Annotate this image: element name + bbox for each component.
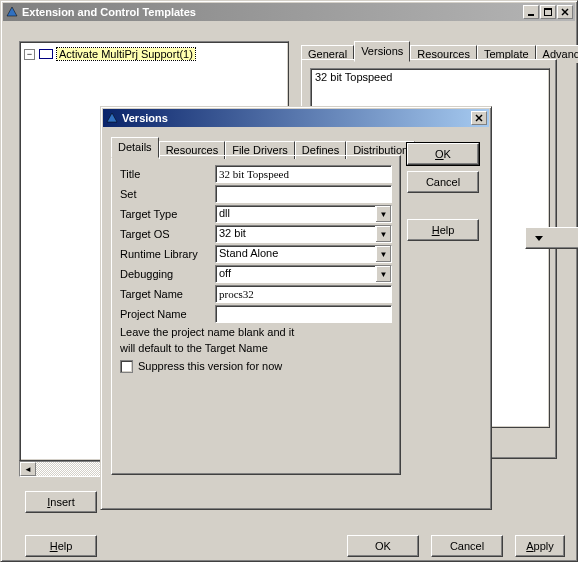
tab-details[interactable]: Details (111, 137, 159, 158)
set-label: Set (120, 188, 215, 200)
dialog-ok-button[interactable]: OK (407, 143, 479, 165)
template-icon (39, 49, 53, 59)
app-icon (105, 111, 119, 125)
target-os-combo[interactable]: 32 bit ▼ (215, 225, 392, 243)
svg-marker-7 (107, 113, 117, 122)
suppress-checkbox[interactable] (120, 360, 133, 373)
tree-item-label[interactable]: Activate MultiPrj Support(1) (57, 48, 195, 60)
versions-dialog: Versions Details Resources File Drivers … (100, 106, 492, 510)
runtime-library-combo[interactable]: Stand Alone ▼ (215, 245, 392, 263)
main-titlebar: Extension and Control Templates (3, 3, 575, 21)
debugging-value: off (216, 266, 375, 282)
svg-marker-6 (535, 236, 543, 241)
insert-button[interactable]: Insert (25, 491, 97, 513)
target-os-value: 32 bit (216, 226, 375, 242)
chevron-down-icon[interactable]: ▼ (375, 246, 391, 262)
dialog-close-button[interactable] (471, 111, 487, 125)
chevron-down-icon[interactable]: ▼ (375, 226, 391, 242)
tree-collapse-icon[interactable]: − (24, 49, 35, 60)
dialog-titlebar: Versions (103, 109, 489, 127)
project-name-label: Project Name (120, 308, 215, 320)
target-type-value: dll (216, 206, 375, 222)
target-name-label: Target Name (120, 288, 215, 300)
list-item[interactable]: 32 bit Topspeed (311, 69, 549, 85)
note-line-1: Leave the project name blank and it (112, 324, 400, 340)
runtime-library-value: Stand Alone (216, 246, 375, 262)
tree-item[interactable]: − Activate MultiPrj Support(1) (24, 46, 284, 62)
suppress-label: Suppress this version for now (138, 360, 282, 372)
target-os-label: Target OS (120, 228, 215, 240)
maximize-button[interactable] (540, 5, 556, 19)
set-input[interactable] (215, 185, 392, 203)
debugging-label: Debugging (120, 268, 215, 280)
title-label: Title (120, 168, 215, 180)
close-button[interactable] (557, 5, 573, 19)
project-name-input[interactable] (215, 305, 392, 323)
main-title: Extension and Control Templates (22, 6, 196, 18)
svg-rect-1 (528, 14, 534, 16)
chevron-down-icon[interactable]: ▼ (375, 206, 391, 222)
title-input[interactable] (215, 165, 392, 183)
svg-marker-0 (7, 7, 17, 16)
app-icon (5, 5, 19, 19)
chevron-down-icon[interactable]: ▼ (375, 266, 391, 282)
apply-button[interactable]: Apply (515, 535, 565, 557)
dialog-title: Versions (122, 112, 168, 124)
note-line-2: will default to the Target Name (112, 340, 400, 356)
ok-button[interactable]: OK (347, 535, 419, 557)
scroll-left-icon[interactable]: ◄ (20, 462, 36, 476)
minimize-button[interactable] (523, 5, 539, 19)
runtime-library-label: Runtime Library (120, 248, 215, 260)
chevron-down-icon (534, 234, 544, 242)
help-button[interactable]: Help (25, 535, 97, 557)
dialog-help-button[interactable]: Help (407, 219, 479, 241)
cancel-button[interactable]: Cancel (431, 535, 503, 557)
debugging-combo[interactable]: off ▼ (215, 265, 392, 283)
target-name-input[interactable] (215, 285, 392, 303)
details-tab-page: Title Set Target Type dll ▼ Target OS 32… (111, 155, 401, 475)
target-type-label: Target Type (120, 208, 215, 220)
dialog-cancel-button[interactable]: Cancel (407, 171, 479, 193)
target-type-combo[interactable]: dll ▼ (215, 205, 392, 223)
svg-rect-3 (544, 8, 552, 10)
dropdown-button[interactable] (525, 227, 578, 249)
tab-versions[interactable]: Versions (354, 41, 410, 62)
